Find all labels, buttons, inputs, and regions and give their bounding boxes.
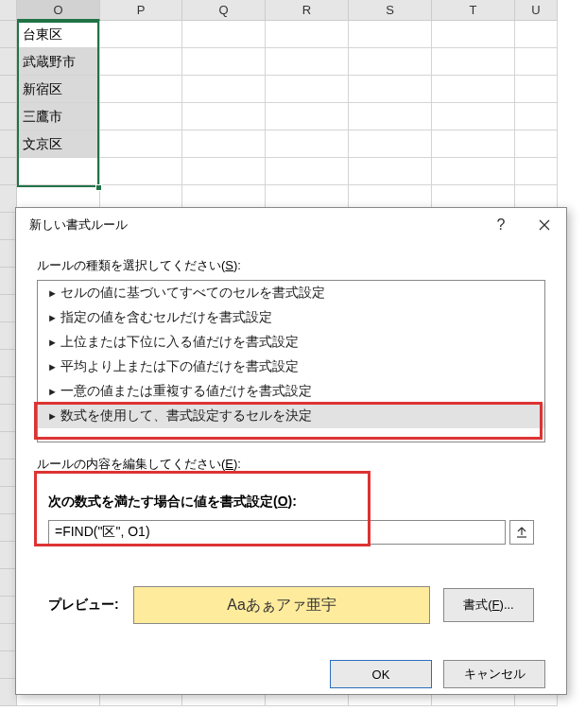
cell[interactable] <box>182 21 266 48</box>
cell[interactable] <box>515 21 558 48</box>
rule-item[interactable]: セルの値に基づいてすべてのセルを書式設定 <box>38 281 544 305</box>
cell[interactable] <box>266 158 349 185</box>
cell[interactable] <box>349 130 432 158</box>
cell[interactable] <box>515 76 558 103</box>
cell[interactable] <box>432 48 515 76</box>
help-button[interactable]: ? <box>479 210 523 240</box>
cell[interactable] <box>432 158 515 185</box>
rule-item[interactable]: 一意の値または重複する値だけを書式設定 <box>38 379 544 404</box>
cell[interactable]: 新宿区 <box>17 76 100 103</box>
cell[interactable] <box>266 48 349 76</box>
dialog-titlebar: 新しい書式ルール ? <box>16 208 566 242</box>
cell[interactable] <box>349 158 432 185</box>
edit-rule-label: ルールの内容を編集してください(E): <box>37 456 545 473</box>
cell[interactable] <box>266 76 349 103</box>
col-header-U[interactable]: U <box>515 0 558 21</box>
cell[interactable] <box>515 158 558 185</box>
cell[interactable] <box>432 130 515 158</box>
cancel-button[interactable]: キャンセル <box>443 660 545 688</box>
ok-button[interactable]: OK <box>330 660 432 688</box>
rule-type-label: ルールの種類を選択してください(S): <box>37 257 545 274</box>
rule-item[interactable]: 指定の値を含むセルだけを書式設定 <box>38 305 544 330</box>
cell[interactable] <box>100 130 182 158</box>
col-header-T[interactable]: T <box>432 0 515 21</box>
col-header-O[interactable]: O <box>17 0 100 21</box>
formula-label: 次の数式を満たす場合に値を書式設定(O): <box>48 494 534 511</box>
cell[interactable] <box>266 21 349 48</box>
cell[interactable] <box>100 76 182 103</box>
cell[interactable] <box>349 48 432 76</box>
cell[interactable] <box>349 103 432 130</box>
cell[interactable] <box>182 158 266 185</box>
corner-cell <box>0 0 17 21</box>
cell[interactable] <box>17 158 100 185</box>
cell[interactable] <box>266 103 349 130</box>
rule-item[interactable]: 数式を使用して、書式設定するセルを決定 <box>38 404 544 428</box>
formula-area: 次の数式を満たす場合に値を書式設定(O): プレビュー: Aaあぁアァ亜宇 書式… <box>37 482 545 639</box>
format-button[interactable]: 書式(F)... <box>443 588 534 622</box>
cell[interactable] <box>515 48 558 76</box>
cell[interactable] <box>182 48 266 76</box>
cell[interactable]: 台東区 <box>17 21 100 48</box>
dialog-footer: OK キャンセル <box>37 660 545 688</box>
cell[interactable]: 三鷹市 <box>17 103 100 130</box>
cell[interactable]: 文京区 <box>17 130 100 158</box>
cell[interactable] <box>515 130 558 158</box>
preview-box: Aaあぁアァ亜宇 <box>133 586 430 624</box>
dialog-title: 新しい書式ルール <box>29 217 128 234</box>
close-icon <box>539 219 550 231</box>
rule-item[interactable]: 上位または下位に入る値だけを書式設定 <box>38 330 544 355</box>
preview-label: プレビュー: <box>48 597 120 614</box>
range-picker-button[interactable] <box>509 520 534 545</box>
col-header-R[interactable]: R <box>266 0 349 21</box>
col-header-Q[interactable]: Q <box>182 0 266 21</box>
cell[interactable] <box>432 21 515 48</box>
rule-type-list[interactable]: セルの値に基づいてすべてのセルを書式設定指定の値を含むセルだけを書式設定上位また… <box>37 280 545 442</box>
cell[interactable] <box>182 130 266 158</box>
cell[interactable] <box>100 21 182 48</box>
column-headers-row: O P Q R S T U <box>0 0 586 21</box>
cell[interactable] <box>515 103 558 130</box>
col-header-S[interactable]: S <box>349 0 432 21</box>
cell[interactable] <box>266 130 349 158</box>
cell[interactable] <box>432 76 515 103</box>
cell[interactable] <box>100 158 182 185</box>
cell[interactable] <box>100 103 182 130</box>
cell[interactable] <box>182 76 266 103</box>
collapse-icon <box>516 527 527 538</box>
close-button[interactable] <box>523 210 566 240</box>
cell[interactable] <box>100 48 182 76</box>
cell[interactable] <box>182 103 266 130</box>
rule-item[interactable]: 平均より上または下の値だけを書式設定 <box>38 355 544 379</box>
cell[interactable] <box>349 76 432 103</box>
cell[interactable]: 武蔵野市 <box>17 48 100 76</box>
cell[interactable] <box>432 103 515 130</box>
cell[interactable] <box>349 21 432 48</box>
new-rule-dialog: 新しい書式ルール ? ルールの種類を選択してください(S): セルの値に基づいて… <box>15 207 567 695</box>
col-header-P[interactable]: P <box>100 0 182 21</box>
selection-handle[interactable] <box>95 184 102 191</box>
formula-input[interactable] <box>48 520 506 545</box>
